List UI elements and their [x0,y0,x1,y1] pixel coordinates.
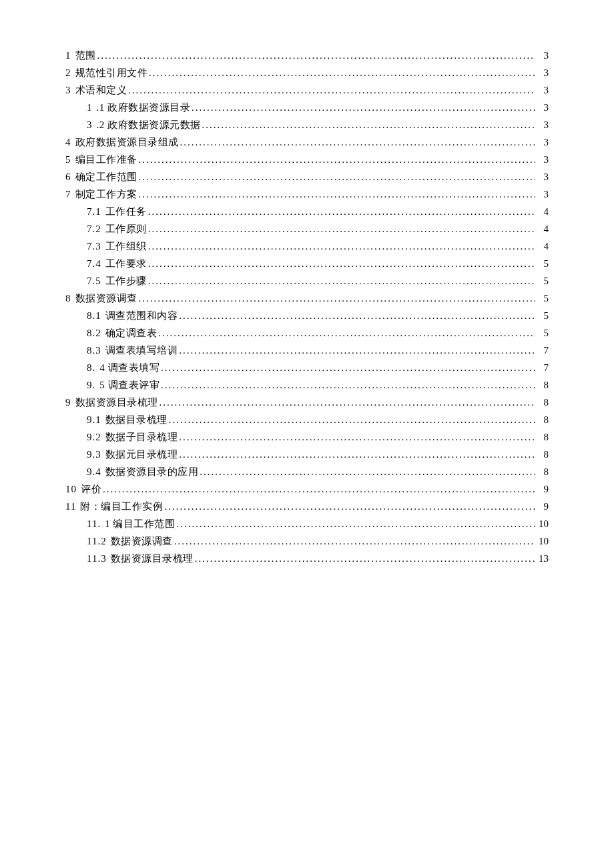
toc-number: 11.2 [87,532,107,550]
toc-leader-dots: ........................................… [179,428,535,446]
toc-leader-dots: ........................................… [158,324,535,342]
toc-page-number: 8 [537,411,549,428]
toc-number: 8.1 [87,307,101,324]
toc-number: 11. [87,515,101,532]
toc-title: 政府数据资源目录组成 [75,133,179,151]
toc-title: 制定工作方案 [75,185,137,203]
toc-leader-dots: ........................................… [103,480,535,498]
toc-title: 数据资源目录的应用 [105,463,199,480]
toc-container: 1范围.....................................… [65,47,549,567]
toc-entry: 7.4工作要求.................................… [65,255,549,272]
toc-title: 术语和定义 [75,81,127,99]
toc-title: 工作原则 [105,220,147,238]
toc-number: 9.3 [87,446,101,463]
toc-title: 确定工作范围 [75,168,137,185]
toc-page-number: 10 [537,532,549,550]
toc-leader-dots: ........................................… [139,290,536,307]
toc-leader-dots: ........................................… [148,255,535,272]
toc-page-number: 8 [537,376,549,394]
toc-page-number: 7 [537,342,549,359]
toc-title: 4 调查表填写 [99,359,160,376]
toc-title: .1 政府数据资源目录 [97,99,191,116]
toc-entry: 5编目工作准备.................................… [65,151,549,168]
toc-page-number: 7 [537,359,549,376]
toc-leader-dots: ........................................… [179,307,535,324]
toc-page-number: 5 [537,324,549,342]
toc-entry: 9.4 数据资源目录的应用 ..........................… [65,463,549,480]
toc-leader-dots: ........................................… [160,394,536,411]
toc-page-number: 3 [537,151,549,168]
toc-number: 7.2 [87,220,101,238]
toc-title: 数据资源目录梳理 [75,394,158,411]
toc-entry: 8.3调查表填写培训..............................… [65,342,549,359]
toc-leader-dots: ........................................… [139,151,536,168]
toc-entry: 6确定工作范围.................................… [65,168,549,185]
toc-page-number: 9 [537,498,549,515]
toc-title: .2 政府数据资源元数据 [97,116,201,133]
toc-leader-dots: ........................................… [164,498,535,515]
toc-title: 编目工作准备 [75,151,137,168]
toc-entry: 8.2确定调查表................................… [65,324,549,342]
toc-title: 数据资源目录梳理 [111,550,194,567]
toc-title: 评价 [81,480,101,498]
toc-title: 调查表填写培训 [105,342,178,359]
toc-entry: 1范围.....................................… [65,47,549,64]
toc-number: 1 [65,47,71,64]
toc-leader-dots: ........................................… [128,81,535,99]
toc-leader-dots: ........................................… [148,203,535,220]
toc-page-number: 9 [537,480,549,498]
toc-entry: 9. 5 调查表评审 .............................… [65,376,549,394]
toc-leader-dots: ........................................… [195,550,535,567]
toc-entry: 7.3工作组织.................................… [65,238,549,255]
toc-number: 7.1 [87,203,101,220]
toc-leader-dots: ........................................… [192,99,535,116]
toc-page-number: 3 [537,168,549,185]
toc-title: 工作任务 [105,203,147,220]
toc-entry: 3.2 政府数据资源元数据...........................… [65,116,549,133]
toc-entry: 9.2 数据子目录梳理 ............................… [65,428,549,446]
toc-page-number: 4 [537,203,549,220]
toc-title: 数据目录梳理 [105,411,168,428]
toc-leader-dots: ........................................… [174,532,535,550]
toc-page-number: 3 [537,116,549,133]
toc-page-number: 3 [537,64,549,81]
toc-entry: 10评价....................................… [65,480,549,498]
toc-leader-dots: ........................................… [202,116,536,133]
toc-number: 6 [65,168,71,185]
toc-entry: 7.2工作原则.................................… [65,220,549,238]
toc-entry: 8.1调查范围和内容..............................… [65,307,549,324]
toc-page-number: 4 [537,238,549,255]
toc-leader-dots: ........................................… [176,515,535,532]
toc-entry: 7.5工作步骤.................................… [65,272,549,290]
toc-page-number: 10 [537,515,549,532]
toc-entry: 2规范性引用文件................................… [65,64,549,81]
toc-entry: 11.2 数据资源调查 ............................… [65,532,549,550]
toc-leader-dots: ........................................… [179,342,535,359]
toc-title: 附：编目工作实例 [80,498,163,515]
toc-page-number: 8 [537,394,549,411]
toc-number: 9 [65,394,71,411]
toc-entry: 9数据资源目录梳理...............................… [65,394,549,411]
toc-title: 工作步骤 [105,272,147,290]
toc-leader-dots: ........................................… [148,272,535,290]
toc-number: 9.2 [87,428,101,446]
toc-number: 9. [87,376,95,394]
toc-number: 8. [87,359,95,376]
toc-page-number: 5 [537,307,549,324]
toc-entry: 9.3 数据元目录梳理 ............................… [65,446,549,463]
toc-title: 范围 [75,47,96,64]
toc-page-number: 3 [537,185,549,203]
toc-number: 10 [65,480,77,498]
toc-number: 8.3 [87,342,101,359]
toc-leader-dots: ........................................… [180,133,536,151]
toc-number: 9.1 [87,411,101,428]
toc-leader-dots: ........................................… [139,168,536,185]
toc-title: 数据元目录梳理 [105,446,178,463]
toc-entry: 11.3 数据资源目录梳理 ..........................… [65,550,549,567]
toc-leader-dots: ........................................… [97,47,536,64]
toc-leader-dots: ........................................… [148,220,535,238]
toc-page-number: 4 [537,220,549,238]
toc-page-number: 8 [537,446,549,463]
toc-entry: 7.1工作任务.................................… [65,203,549,220]
toc-page-number: 3 [537,47,549,64]
